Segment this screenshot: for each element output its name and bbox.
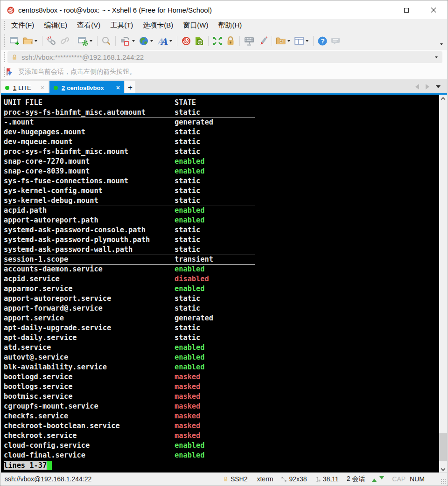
tab-close-icon[interactable]: ×	[41, 84, 44, 91]
find-button[interactable]	[100, 35, 113, 48]
keyboard-button[interactable]	[242, 35, 256, 48]
status-bar: ssh://vbox@192.168.1.244:22 SSH2 xterm 9…	[1, 472, 447, 485]
scroll-up-icon[interactable]	[439, 95, 447, 103]
terminal-scrollbar[interactable]	[439, 95, 447, 473]
terminal-row: autovt@.serviceenabled	[1, 353, 439, 363]
open-session-button[interactable]	[21, 35, 40, 48]
menu-tools[interactable]: 工具(T)	[106, 20, 137, 31]
minimize-icon	[377, 10, 382, 10]
new-folder-dropdown[interactable]	[287, 40, 290, 43]
feedback-button[interactable]	[329, 35, 342, 48]
maximize-icon	[404, 8, 409, 13]
web-button[interactable]	[137, 35, 155, 48]
terminal-row: snap-core-7270.mountenabled	[1, 157, 439, 167]
unit-file-cell: checkfs.service	[4, 412, 68, 420]
properties-dropdown[interactable]	[90, 40, 92, 43]
menu-view[interactable]: 查看(V)	[73, 20, 104, 31]
state-cell: masked	[175, 422, 200, 430]
status-caps: CAP	[392, 475, 406, 483]
layout-button[interactable]	[118, 35, 137, 48]
state-cell: static	[175, 147, 200, 156]
cursor-pos-icon	[315, 476, 321, 482]
tab-list-dropdown-icon[interactable]	[436, 85, 441, 90]
maximize-button[interactable]	[393, 1, 420, 19]
status-term-type[interactable]: xterm	[257, 475, 273, 483]
xshell-button[interactable]	[180, 35, 193, 48]
state-cell: enabled	[175, 353, 204, 361]
lock-button[interactable]	[224, 35, 237, 48]
new-session-button[interactable]	[8, 35, 21, 48]
menu-help[interactable]: 帮助(H)	[214, 20, 245, 31]
scrollbar-thumb[interactable]	[439, 433, 447, 461]
reconnect-button[interactable]	[58, 35, 71, 48]
unit-file-cell: systemd-ask-password-wall.path	[4, 245, 133, 254]
unit-file-cell: UNIT FILE	[4, 98, 42, 107]
tab-bar: 1 LITE × 2 centos8vbox × +	[1, 79, 447, 95]
terminal[interactable]: UNIT FILESTATEproc-sys-fs-binfmt_misc.au…	[1, 95, 447, 473]
status-sessions[interactable]: 2 会话	[347, 475, 365, 483]
terminal-row: sys-kernel-config.mountstatic	[1, 187, 439, 196]
unit-file-cell: cloud-config.service	[4, 441, 90, 450]
toolbar-grip[interactable]	[4, 35, 5, 47]
compose-button[interactable]	[256, 35, 269, 48]
state-cell: static	[175, 333, 200, 342]
terminal-row: checkfs.servicemasked	[1, 412, 439, 422]
menu-window[interactable]: 窗口(W)	[179, 20, 212, 31]
fullscreen-button[interactable]	[211, 35, 224, 48]
menu-edit[interactable]: 编辑(E)	[40, 20, 71, 31]
tab-scroll-left-icon[interactable]	[415, 84, 419, 90]
tabs-layout-dropdown[interactable]	[306, 40, 308, 43]
font-button[interactable]: AA	[155, 35, 175, 48]
new-tab-button[interactable]: +	[125, 81, 135, 95]
upload-icon[interactable]	[372, 476, 377, 482]
address-dropdown[interactable]	[435, 56, 438, 60]
layout-dropdown[interactable]	[132, 40, 135, 43]
close-button[interactable]	[420, 1, 447, 19]
terminal-row: proc-sys-fs-binfmt_misc.mountstatic	[1, 147, 439, 157]
disconnect-button[interactable]	[45, 35, 58, 48]
address-input[interactable]: ssh://vbox:**********@192.168.1.244:22	[7, 51, 442, 63]
tab-lite[interactable]: 1 LITE ×	[1, 81, 49, 95]
state-cell: disabled	[175, 275, 209, 283]
open-session-dropdown[interactable]	[35, 40, 37, 43]
terminal-row: cloud-config.serviceenabled	[1, 441, 439, 451]
unit-file-cell: atd.service	[4, 343, 51, 352]
font-dropdown[interactable]	[169, 40, 172, 43]
resize-grip[interactable]	[441, 479, 446, 484]
menubar-grip[interactable]	[4, 21, 5, 30]
state-cell: masked	[175, 402, 200, 410]
help-button[interactable]: ?	[316, 35, 329, 48]
toolbar-overflow-dropdown[interactable]	[440, 43, 443, 47]
window-title: centos8vbox - root@vbox: ~ - Xshell 6 (F…	[18, 6, 212, 14]
font-icon: AA	[156, 35, 168, 47]
menu-tab[interactable]: 选项卡(B)	[139, 20, 177, 31]
properties-button[interactable]	[77, 35, 95, 48]
disconnect-icon	[46, 35, 57, 47]
message-bubble-icon	[330, 35, 341, 47]
address-bar: ssh://vbox:**********@192.168.1.244:22	[1, 50, 447, 64]
web-dropdown[interactable]	[150, 40, 153, 43]
new-folder-button[interactable]	[274, 35, 293, 48]
unit-file-cell: acpid.path	[4, 206, 47, 215]
addressbar-grip[interactable]	[4, 52, 5, 62]
tab-centos8vbox[interactable]: 2 centos8vbox ×	[49, 81, 124, 95]
minimize-button[interactable]	[366, 1, 393, 19]
download-icon[interactable]	[379, 476, 384, 482]
tab-scroll-right-icon[interactable]	[426, 84, 429, 90]
new-session-icon	[9, 35, 21, 47]
tabs-layout-button[interactable]	[293, 35, 311, 48]
xftp-button[interactable]	[193, 35, 206, 48]
unit-file-cell: bootlogs.service	[4, 382, 72, 391]
status-protocol: SSH2	[231, 475, 248, 483]
unit-file-cell: proc-sys-fs-binfmt_misc.mount	[4, 147, 128, 156]
session-flag-icon[interactable]	[5, 67, 14, 76]
state-cell: masked	[175, 382, 200, 391]
unit-file-cell: blk-availability.service	[4, 363, 107, 371]
fullscreen-icon	[212, 35, 223, 47]
infobar-grip[interactable]	[4, 67, 5, 77]
menu-file[interactable]: 文件(F)	[7, 20, 38, 31]
info-bar: 要添加当前会话，点击左侧的箭头按钮。	[1, 64, 447, 79]
terminal-row: atd.serviceenabled	[1, 343, 439, 353]
tab-close-icon[interactable]: ×	[116, 84, 120, 91]
unit-file-cell: dev-mqueue.mount	[4, 138, 72, 146]
